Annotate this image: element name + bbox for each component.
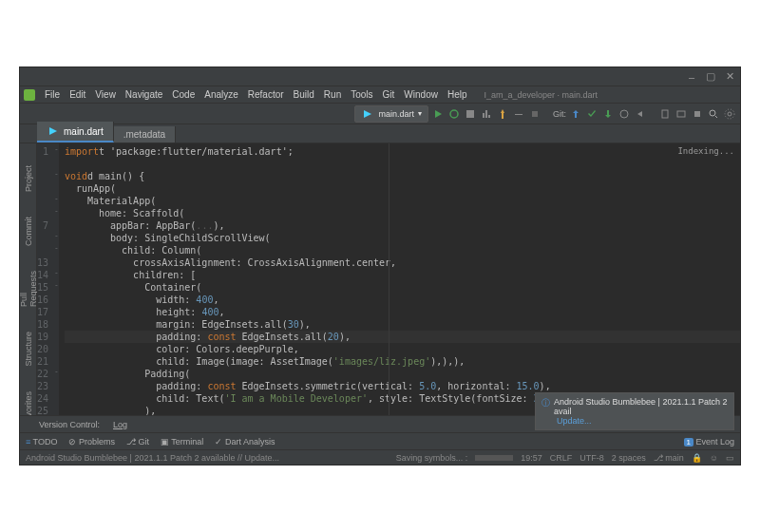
notification-title: Android Studio Bumblebee | 2021.1.1 Patc… xyxy=(554,397,728,416)
update-link[interactable]: Update... xyxy=(557,416,728,426)
status-line-sep[interactable]: CRLF xyxy=(550,453,573,463)
status-indent[interactable]: 2 spaces xyxy=(612,453,646,463)
debug-icon[interactable] xyxy=(447,107,461,121)
status-encoding[interactable]: UTF-8 xyxy=(580,453,604,463)
sync-icon[interactable] xyxy=(691,107,704,121)
dart-file-icon xyxy=(47,124,60,138)
code-area[interactable]: importt 'package:flutter/material.dart';… xyxy=(59,143,740,415)
status-saving: Saving symbols... : xyxy=(396,453,468,463)
status-branch[interactable]: ⎇ main xyxy=(654,453,684,463)
line-number-gutter: 1713141516171819202122232425 xyxy=(37,143,54,415)
menu-file[interactable]: File xyxy=(41,88,64,101)
tool-event-log[interactable]: 1 Event Log xyxy=(684,437,735,446)
menu-build[interactable]: Build xyxy=(290,88,318,101)
attach-icon[interactable] xyxy=(512,107,525,121)
svg-point-2 xyxy=(620,110,628,118)
tool-favorites[interactable]: Favorites xyxy=(23,389,34,415)
editor-tabs: main.dart .metadata xyxy=(20,124,740,143)
memory-icon[interactable]: ▭ xyxy=(726,453,734,463)
menu-code[interactable]: Code xyxy=(168,88,199,101)
menu-tools[interactable]: Tools xyxy=(347,88,376,101)
vcs-push-icon[interactable] xyxy=(601,107,615,121)
run-icon[interactable] xyxy=(431,107,445,121)
svg-rect-4 xyxy=(677,111,685,117)
vcs-commit-icon[interactable] xyxy=(585,107,598,121)
close-icon[interactable]: ✕ xyxy=(725,72,734,82)
run-config-label: main.dart xyxy=(378,109,414,119)
minimize-icon[interactable]: – xyxy=(687,72,696,82)
avd-icon[interactable] xyxy=(658,107,672,121)
vcs-log-tab[interactable]: Log xyxy=(113,420,127,429)
progress-bar xyxy=(475,455,513,461)
tool-commit[interactable]: Commit xyxy=(23,214,34,249)
dart-icon xyxy=(361,107,374,121)
sdk-icon[interactable] xyxy=(674,107,688,121)
status-bar: Android Studio Bumblebee | 2021.1.1 Patc… xyxy=(20,449,740,465)
lock-icon[interactable]: 🔒 xyxy=(692,453,702,463)
run-config-selector[interactable]: main.dart ▾ xyxy=(354,105,428,123)
git-label: Git: xyxy=(553,109,566,119)
svg-point-0 xyxy=(450,110,458,118)
right-margin-line xyxy=(389,143,390,415)
tab-main-dart[interactable]: main.dart xyxy=(37,122,114,142)
tool-dart-analysis[interactable]: ✓ Dart Analysis xyxy=(215,437,275,446)
status-message: Android Studio Bumblebee | 2021.1.1 Patc… xyxy=(26,453,279,463)
stop-icon[interactable] xyxy=(528,107,542,121)
coverage-icon[interactable] xyxy=(464,107,477,121)
bottom-tool-bar: ≡ TODO ⊘ Problems ⎇ Git ▣ Terminal ✓ Dar… xyxy=(20,432,740,449)
menu-help[interactable]: Help xyxy=(444,88,471,101)
maximize-icon[interactable]: ▢ xyxy=(706,72,715,82)
profile-icon[interactable] xyxy=(480,107,493,121)
app-logo-icon xyxy=(24,89,35,101)
svg-point-7 xyxy=(725,109,734,119)
tool-todo[interactable]: ≡ TODO xyxy=(26,437,57,446)
toolbar: main.dart ▾ Git: xyxy=(20,104,740,124)
search-icon[interactable] xyxy=(707,107,720,121)
menu-navigate[interactable]: Navigate xyxy=(122,88,166,101)
code-editor[interactable]: Indexing... 1713141516171819202122232425… xyxy=(37,143,740,415)
tool-terminal[interactable]: ▣ Terminal xyxy=(161,437,203,446)
indexing-label: Indexing... xyxy=(677,145,734,158)
tool-project[interactable]: Project xyxy=(23,162,34,195)
menu-refactor[interactable]: Refactor xyxy=(244,88,288,101)
tab-label: main.dart xyxy=(64,126,104,137)
tab-metadata[interactable]: .metadata xyxy=(114,126,176,142)
menu-analyze[interactable]: Analyze xyxy=(200,88,242,101)
menu-window[interactable]: Window xyxy=(400,88,442,101)
settings-icon[interactable] xyxy=(723,107,736,121)
tool-pull-requests[interactable]: Pull Requests xyxy=(20,268,39,310)
tool-window-bar-left: Project Commit Pull Requests Structure F… xyxy=(20,143,37,415)
info-icon: ⓘ xyxy=(542,397,550,409)
svg-rect-3 xyxy=(662,110,668,118)
chevron-down-icon: ▾ xyxy=(418,109,422,118)
tool-structure[interactable]: Structure xyxy=(23,329,34,370)
face-icon[interactable]: ☺ xyxy=(710,453,718,463)
vcs-tab[interactable]: Version Control: xyxy=(39,420,100,429)
menu-git[interactable]: Git xyxy=(379,88,399,101)
menu-view[interactable]: View xyxy=(91,88,120,101)
tab-label: .metadata xyxy=(124,129,165,140)
tool-git[interactable]: ⎇ Git xyxy=(126,437,149,446)
svg-rect-1 xyxy=(532,111,538,117)
update-notification[interactable]: ⓘ Android Studio Bumblebee | 2021.1.1 Pa… xyxy=(535,392,734,430)
menubar: File Edit View Navigate Code Analyze Ref… xyxy=(20,86,740,104)
svg-point-5 xyxy=(710,110,715,116)
menu-edit[interactable]: Edit xyxy=(66,88,89,101)
vcs-rollback-icon[interactable] xyxy=(634,107,647,121)
svg-point-6 xyxy=(728,112,732,116)
ide-window: { "menu": { "items": ["File","Edit","Vie… xyxy=(19,66,741,466)
status-caret-pos[interactable]: 19:57 xyxy=(521,453,542,463)
tool-problems[interactable]: ⊘ Problems xyxy=(68,437,115,446)
menu-run[interactable]: Run xyxy=(320,88,345,101)
hot-reload-icon[interactable] xyxy=(496,107,509,121)
vcs-update-icon[interactable] xyxy=(569,107,582,121)
vcs-history-icon[interactable] xyxy=(618,107,631,121)
titlebar: – ▢ ✕ xyxy=(20,67,740,86)
breadcrumb: I_am_a_developer · main.dart xyxy=(481,89,602,101)
